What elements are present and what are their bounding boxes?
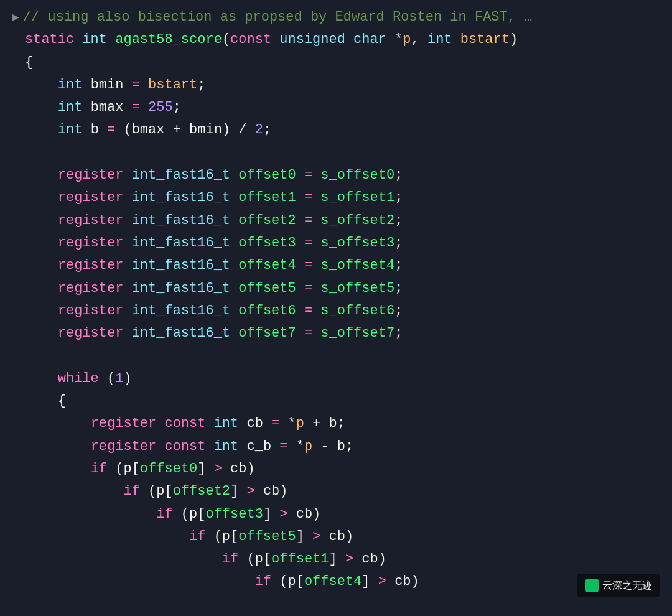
static-keyword: static (25, 29, 74, 51)
code-line-19: register const int cb = * p + b ; (0, 413, 672, 435)
code-line-22: if ( p [ offset2 ] > cb ) (0, 480, 672, 503)
code-line-14: register int_fast16_t offset6 = s_offset… (0, 300, 672, 322)
fold-arrow-1[interactable]: ▶ (12, 9, 19, 27)
code-line-3: { (0, 52, 672, 74)
line1-text: // using also bisection as propsed by Ed… (23, 6, 533, 29)
watermark: 云深之无迹 (577, 574, 660, 597)
code-line-17: while ( 1 ) (0, 368, 672, 390)
code-line-16 (0, 345, 672, 367)
code-line-21: if ( p [ offset0 ] > cb ) (0, 458, 672, 480)
type-unsigned-char: unsigned char (279, 29, 386, 51)
code-editor: ▶ // using also bisection as propsed by … (0, 0, 672, 616)
code-line-24: if ( p [ offset5 ] > cb ) (0, 526, 672, 548)
code-line-8: register int_fast16_t offset0 = s_offset… (0, 164, 672, 187)
code-line-7 (0, 142, 672, 164)
code-line-10: register int_fast16_t offset2 = s_offset… (0, 210, 672, 232)
code-line-4: int bmin = bstart ; (0, 74, 672, 96)
code-line-20: register const int c_b = * p - b ; (0, 436, 672, 458)
code-line-12: register int_fast16_t offset4 = s_offset… (0, 254, 672, 277)
code-line-11: register int_fast16_t offset3 = s_offset… (0, 232, 672, 254)
type-int: int (427, 29, 452, 51)
watermark-text: 云深之无迹 (602, 577, 652, 594)
param-bstart: bstart (460, 29, 510, 51)
code-line-26: if ( p [ offset4 ] > cb ) (0, 571, 672, 593)
code-line-2: static int agast58_score ( const unsigne… (0, 29, 672, 51)
param-p: p (403, 29, 411, 51)
code-line-15: register int_fast16_t offset7 = s_offset… (0, 322, 672, 345)
watermark-icon (585, 579, 599, 592)
code-line-25: if ( p [ offset1 ] > cb ) (0, 548, 672, 571)
func-name: agast58_score (115, 29, 222, 51)
code-line-1: ▶ // using also bisection as propsed by … (0, 6, 672, 29)
code-line-18: { (0, 390, 672, 413)
code-line-9: register int_fast16_t offset1 = s_offset… (0, 187, 672, 209)
code-line-23: if ( p [ offset3 ] > cb ) (0, 503, 672, 526)
code-line-5: int bmax = 255 ; (0, 96, 672, 119)
int-keyword: int (82, 29, 107, 51)
code-line-6: int b = ( bmax + bmin ) / 2 ; (0, 119, 672, 141)
code-line-13: register int_fast16_t offset5 = s_offset… (0, 278, 672, 300)
const-keyword: const (230, 29, 271, 51)
